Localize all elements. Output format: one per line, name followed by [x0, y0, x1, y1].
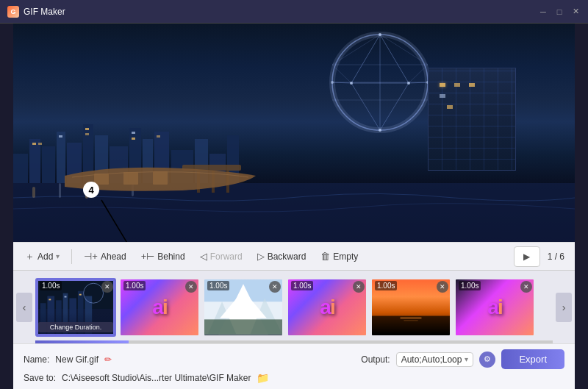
left-sidebar	[0, 24, 13, 389]
svg-rect-44	[132, 138, 135, 140]
timeline-next-button[interactable]: ›	[556, 293, 572, 322]
add-dropdown-icon: ▾	[56, 252, 60, 260]
title-bar-left: G GIF Maker	[7, 6, 65, 18]
edit-name-icon[interactable]: ✏	[104, 354, 112, 365]
app-title: GIF Maker	[24, 7, 65, 17]
chevron-right-icon: ›	[562, 301, 566, 313]
svg-point-19	[407, 82, 410, 85]
frame-close-5[interactable]: ✕	[437, 281, 448, 293]
svg-rect-39	[38, 143, 42, 145]
backward-button[interactable]: ▷ Backward	[251, 248, 312, 265]
svg-rect-42	[85, 133, 89, 135]
frame-duration-5: 1.00s	[375, 281, 397, 290]
frame-duration-1: 1.00s	[40, 281, 62, 290]
settings-button[interactable]: ⚙	[479, 351, 495, 368]
video-background: 4	[13, 24, 575, 242]
right-sidebar	[575, 24, 588, 389]
svg-rect-23	[13, 154, 28, 183]
change-duration-label[interactable]: Change Duration.	[38, 322, 113, 332]
frame-item-6[interactable]: ai 1.00s ✕	[454, 278, 535, 337]
gear-icon: ⚙	[484, 354, 491, 364]
frame-item-1[interactable]: 1.00s ✕ Change Duration.	[35, 278, 116, 337]
frame-close-3[interactable]: ✕	[269, 281, 281, 293]
ai-text-4: ai	[320, 296, 334, 319]
frame-close-1[interactable]: ✕	[101, 281, 113, 293]
output-value: Auto;Auto;Loop	[401, 354, 462, 365]
frame-close-2[interactable]: ✕	[185, 281, 197, 293]
frame-duration-3: 1.00s	[207, 281, 229, 290]
name-label: Name:	[24, 354, 49, 365]
svg-rect-38	[32, 143, 36, 145]
output-label: Output:	[361, 354, 390, 365]
svg-point-18	[350, 82, 353, 85]
svg-rect-72	[79, 293, 82, 295]
timeline-progress	[35, 340, 553, 343]
frame-duration-2: 1.00s	[123, 281, 146, 290]
timeline: ‹	[13, 270, 575, 343]
frame-item-2[interactable]: ai 1.00s ✕	[119, 278, 200, 337]
saveto-label: Save to:	[24, 373, 56, 383]
frame-item-4[interactable]: ai 1.00s ✕	[287, 278, 368, 337]
maximize-button[interactable]: □	[554, 7, 564, 17]
ahead-button[interactable]: ⊣+ Ahead	[78, 248, 132, 265]
title-bar-controls: ─ □ ✕	[538, 7, 581, 17]
bottom-row-2: Save to: C:\Aiseesoft Studio\Ais...rter …	[24, 372, 564, 384]
backward-icon: ▷	[257, 251, 265, 262]
svg-point-17	[379, 33, 381, 36]
play-button[interactable]: ▶	[514, 246, 540, 267]
empty-label: Empty	[333, 251, 358, 262]
export-button[interactable]: Export	[501, 349, 564, 369]
title-bar: G GIF Maker ─ □ ✕	[0, 0, 588, 24]
forward-button[interactable]: ◁ Forward	[194, 248, 248, 265]
app-icon: G	[7, 6, 19, 18]
play-icon: ▶	[523, 251, 530, 262]
svg-rect-24	[29, 139, 40, 183]
svg-rect-82	[404, 320, 417, 321]
timeline-prev-button[interactable]: ‹	[16, 293, 32, 322]
behind-label: Behind	[157, 251, 184, 262]
main-area: 4 ＋ Add ▾ ⊣+ Ahead	[0, 24, 588, 389]
svg-rect-57	[153, 171, 168, 185]
add-label: Add	[37, 251, 53, 262]
separator-1	[71, 249, 72, 264]
video-preview: 4	[13, 24, 575, 242]
browse-folder-icon[interactable]: 📁	[257, 372, 269, 384]
svg-rect-70	[49, 299, 51, 300]
frame-item-3[interactable]: 1.00s ✕	[203, 278, 284, 337]
trash-icon: 🗑	[320, 251, 330, 262]
svg-point-21	[331, 81, 334, 84]
chevron-left-icon: ‹	[23, 301, 26, 313]
add-button[interactable]: ＋ Add ▾	[19, 247, 65, 266]
svg-rect-47	[32, 187, 35, 198]
name-value: New Gif.gif	[55, 354, 98, 365]
minimize-button[interactable]: ─	[538, 7, 548, 17]
behind-button[interactable]: +⊢ Behind	[135, 248, 191, 265]
svg-rect-78	[204, 319, 282, 334]
svg-rect-40	[59, 135, 62, 138]
output-dropdown-icon: ▾	[465, 355, 468, 363]
output-dropdown[interactable]: Auto;Auto;Loop ▾	[396, 352, 474, 367]
svg-rect-56	[123, 172, 138, 185]
frame-close-6[interactable]: ✕	[520, 281, 532, 293]
svg-rect-41	[85, 128, 89, 130]
empty-button[interactable]: 🗑 Empty	[315, 248, 364, 265]
frame-close-4[interactable]: ✕	[353, 281, 365, 293]
frame-count: 1 / 6	[543, 251, 569, 262]
close-button[interactable]: ✕	[570, 7, 581, 17]
frame-duration-6: 1.00s	[459, 281, 481, 290]
forward-icon: ◁	[200, 251, 207, 262]
behind-icon: +⊢	[141, 251, 155, 262]
svg-rect-71	[65, 296, 67, 297]
svg-rect-43	[132, 132, 135, 134]
frame-duration-4: 1.00s	[291, 281, 313, 290]
saveto-value: C:\Aiseesoft Studio\Ais...rter Ultimate\…	[62, 373, 251, 383]
timeline-progress-fill	[35, 340, 129, 343]
frame-item-5[interactable]: 1.00s ✕	[370, 278, 451, 337]
bottom-bar: Name: New Gif.gif ✏ Output: Auto;Auto;Lo…	[13, 343, 575, 389]
svg-rect-45	[157, 135, 160, 138]
add-icon: ＋	[25, 250, 35, 263]
annotation-number: 4	[83, 182, 99, 198]
ai-text-6: ai	[487, 296, 501, 319]
ai-text-2: ai	[152, 296, 166, 319]
video-canvas: 4	[13, 24, 575, 242]
